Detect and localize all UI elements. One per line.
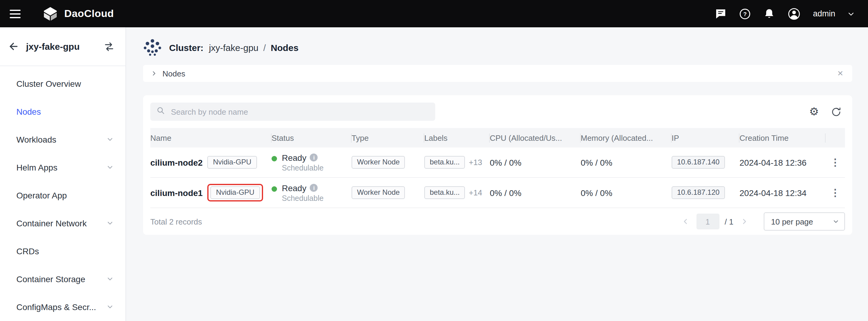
page-size-value: 10 per page xyxy=(771,217,827,226)
page-number-input[interactable] xyxy=(696,213,719,229)
username-label[interactable]: admin xyxy=(813,9,835,18)
switch-cluster-icon[interactable] xyxy=(104,41,115,52)
sidebar-item-nodes[interactable]: Nodes xyxy=(0,98,125,126)
schedulable-text: Schedulable xyxy=(282,164,324,172)
sidebar-item-workloads[interactable]: Workloads xyxy=(0,126,125,153)
chevron-down-icon xyxy=(107,135,113,144)
table-footer: Total 2 records / 1 10 per page xyxy=(150,208,845,235)
refresh-icon[interactable] xyxy=(831,107,841,117)
collapse-bar-label: Nodes xyxy=(162,69,185,78)
close-icon[interactable]: × xyxy=(836,68,844,78)
table-header: Name Status Type Labels CPU (Allocated/U… xyxy=(150,128,845,147)
user-avatar-icon[interactable] xyxy=(787,7,801,20)
user-menu-chevron-down-icon[interactable] xyxy=(847,10,855,17)
chevron-down-icon xyxy=(107,274,113,284)
page-total-label: / 1 xyxy=(725,217,734,226)
gpu-tag: Nvidia-GPU xyxy=(208,156,257,169)
column-header-cpu: CPU (Allocated/Us... xyxy=(490,133,581,142)
node-type-cell: Worker Node xyxy=(351,186,424,199)
node-created-cell: 2024-04-18 12:34 xyxy=(740,188,826,198)
node-labels-cell: beta.ku... +13 xyxy=(424,156,490,169)
search-box xyxy=(150,103,435,121)
sidebar-item-label: ConfigMaps & Secr... xyxy=(17,302,96,312)
label-more-count[interactable]: +14 xyxy=(469,188,482,197)
node-cpu-cell: 0% / 0% xyxy=(490,157,581,167)
sidebar-item-cluster-overview[interactable]: Cluster Overview xyxy=(0,70,125,98)
sidebar: jxy-fake-gpu Cluster Overview Nodes Work… xyxy=(0,27,126,321)
sidebar-item-helm-apps[interactable]: Helm Apps xyxy=(0,153,125,181)
sidebar-item-configmaps-secrets[interactable]: ConfigMaps & Secr... xyxy=(0,293,125,321)
status-dot xyxy=(272,186,277,192)
nodes-card: ⚙ Name Status Type Labels CPU (Allocated… xyxy=(143,95,852,235)
nodes-table: Name Status Type Labels CPU (Allocated/U… xyxy=(150,128,845,235)
sidebar-item-label: Helm Apps xyxy=(17,163,57,172)
node-status-cell: Ready Schedulable xyxy=(272,153,351,172)
daocloud-logo xyxy=(42,6,58,22)
breadcrumb-cluster-name[interactable]: jxy-fake-gpu xyxy=(209,42,258,53)
status-dot xyxy=(272,156,277,161)
sidebar-item-label: Nodes xyxy=(17,107,41,117)
table-row: cilium-node1 Nvidia-GPU Ready Sched xyxy=(150,178,845,208)
table-row: cilium-node2 Nvidia-GPU Ready Schedulabl… xyxy=(150,147,845,178)
collapse-bar: Nodes × xyxy=(143,65,852,82)
toolbar-actions: ⚙ xyxy=(809,106,845,117)
column-header-creation-time: Creation Time xyxy=(740,133,826,142)
node-actions-cell: ⋮ xyxy=(826,156,845,168)
kebab-menu-icon[interactable]: ⋮ xyxy=(827,156,844,168)
node-memory-cell: 0% / 0% xyxy=(581,188,672,198)
settings-gear-icon[interactable]: ⚙ xyxy=(809,106,819,117)
sidebar-item-label: Container Storage xyxy=(17,274,85,284)
hamburger-menu-icon[interactable] xyxy=(10,9,21,18)
column-header-labels: Labels xyxy=(424,133,490,142)
column-header-name: Name xyxy=(150,133,272,142)
info-icon[interactable] xyxy=(310,153,318,162)
node-created-cell: 2024-04-18 12:36 xyxy=(740,157,826,167)
node-type-cell: Worker Node xyxy=(351,156,424,169)
brand-name: DaoCloud xyxy=(64,7,114,20)
sidebar-item-crds[interactable]: CRDs xyxy=(0,237,125,265)
column-header-actions xyxy=(826,133,845,142)
back-arrow-icon[interactable] xyxy=(8,41,20,52)
label-tag: beta.ku... xyxy=(424,186,465,199)
node-labels-cell: beta.ku... +14 xyxy=(424,186,490,199)
next-page-icon[interactable] xyxy=(739,218,750,225)
node-ip-cell: 10.6.187.140 xyxy=(672,156,740,169)
node-name-cell: cilium-node2 Nvidia-GPU xyxy=(150,156,272,169)
help-icon[interactable]: ? xyxy=(739,7,751,20)
chevron-down-icon xyxy=(107,302,113,312)
column-header-status: Status xyxy=(272,133,351,142)
node-name: cilium-node2 xyxy=(150,157,203,167)
breadcrumb: Cluster: jxy-fake-gpu / Nodes xyxy=(143,35,852,60)
node-type-tag: Worker Node xyxy=(351,156,405,169)
cluster-icon xyxy=(143,38,162,57)
column-header-memory: Memory (Allocated... xyxy=(581,133,672,142)
topbar: DaoCloud ? admin xyxy=(0,0,868,27)
sidebar-item-label: Container Network xyxy=(17,218,87,228)
sidebar-item-container-storage[interactable]: Container Storage xyxy=(0,265,125,293)
node-name: cilium-node1 xyxy=(150,188,203,198)
page-title: Nodes xyxy=(271,42,299,53)
sidebar-menu: Cluster Overview Nodes Workloads Helm Ap… xyxy=(0,66,125,321)
sidebar-header: jxy-fake-gpu xyxy=(0,27,125,66)
search-input[interactable] xyxy=(170,107,429,117)
notifications-bell-icon[interactable] xyxy=(763,7,775,20)
info-icon[interactable] xyxy=(310,184,318,192)
sidebar-item-container-network[interactable]: Container Network xyxy=(0,209,125,237)
node-type-tag: Worker Node xyxy=(351,186,405,199)
cluster-label: Cluster: xyxy=(169,42,204,53)
prev-page-icon[interactable] xyxy=(680,218,691,225)
highlight-annotation: Nvidia-GPU xyxy=(208,184,263,201)
node-memory-cell: 0% / 0% xyxy=(581,157,672,167)
breadcrumb-separator: / xyxy=(264,42,266,53)
chevron-right-icon[interactable] xyxy=(151,68,157,79)
chevron-down-icon xyxy=(107,163,113,172)
kebab-menu-icon[interactable]: ⋮ xyxy=(827,186,844,199)
schedulable-text: Schedulable xyxy=(282,194,324,202)
node-ip-cell: 10.6.187.120 xyxy=(672,186,740,199)
page-size-select[interactable]: 10 per page xyxy=(764,212,845,231)
node-cpu-cell: 0% / 0% xyxy=(490,188,581,198)
messages-icon[interactable] xyxy=(715,7,727,20)
sidebar-item-operator-app[interactable]: Operator App xyxy=(0,181,125,209)
label-more-count[interactable]: +13 xyxy=(469,158,482,167)
node-actions-cell: ⋮ xyxy=(826,186,845,199)
